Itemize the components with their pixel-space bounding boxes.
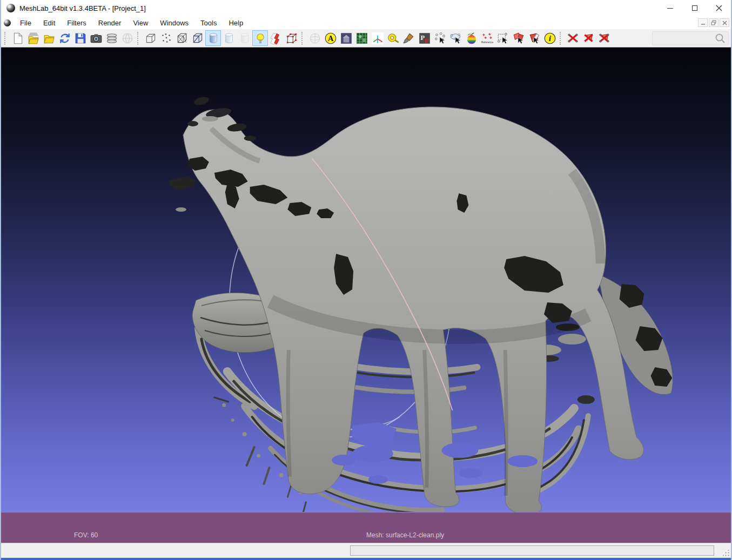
menu-item-edit[interactable]: Edit xyxy=(37,17,61,29)
reload-icon xyxy=(58,32,71,45)
reload-button[interactable] xyxy=(57,30,72,46)
bounding-box-button[interactable] xyxy=(143,30,158,46)
reference-button[interactable]: Reference xyxy=(479,30,495,46)
delete-selected-vertices-icon xyxy=(567,32,580,45)
render-mode-toolbar xyxy=(135,29,299,47)
resize-grip[interactable] xyxy=(723,550,730,557)
svg-text:i: i xyxy=(549,34,551,43)
select-faces-button[interactable] xyxy=(511,30,526,46)
fov-value: FOV: 60 xyxy=(74,531,108,539)
points-icon xyxy=(160,32,173,45)
smooth-shading-button[interactable] xyxy=(221,30,237,46)
menu-item-render[interactable]: Render xyxy=(92,17,127,29)
trackball-button xyxy=(307,30,323,46)
title-bar: MeshLab_64bit v1.3.4BETA - [Project_1] xyxy=(1,0,731,16)
delete-toolbar xyxy=(558,29,612,47)
meshlab-window: MeshLab_64bit v1.3.4BETA - [Project_1] F… xyxy=(0,0,732,560)
window-border xyxy=(1,558,731,560)
color-apple-button[interactable] xyxy=(464,30,479,46)
open-project-icon xyxy=(27,32,40,45)
layers-dialog-icon xyxy=(105,32,118,45)
mesh-hud: Mesh: surface-L2-clean.ply Vertices: 819… xyxy=(366,515,444,543)
backface-culling-button[interactable] xyxy=(268,30,284,46)
search-input[interactable] xyxy=(652,31,729,45)
mdi-close-icon xyxy=(722,21,727,25)
delete-faces-vertices-button[interactable] xyxy=(596,30,612,46)
annotation-icon: A xyxy=(324,32,337,45)
snapshot-button[interactable] xyxy=(88,30,104,46)
snapshot-icon xyxy=(90,32,103,45)
svg-text:P: P xyxy=(424,36,428,44)
svg-text:Reference: Reference xyxy=(481,41,493,43)
mdi-close-button[interactable] xyxy=(720,18,729,27)
svg-text:A: A xyxy=(327,33,333,42)
mdi-restore-button[interactable] xyxy=(709,18,718,27)
wireframe-icon xyxy=(176,32,189,45)
menu-item-view[interactable]: View xyxy=(127,17,154,29)
menu-item-file[interactable]: File xyxy=(14,17,37,29)
toolbar-grip[interactable] xyxy=(301,32,305,45)
measure-tool-button[interactable] xyxy=(385,30,401,46)
close-icon xyxy=(716,5,722,11)
open-mesh-button[interactable] xyxy=(41,30,57,46)
mdi-minimize-button[interactable] xyxy=(698,18,708,27)
select-faces-rect-button[interactable] xyxy=(526,30,542,46)
point-picking-icon xyxy=(434,32,447,45)
annotation-button[interactable]: A xyxy=(323,30,338,46)
menu-item-windows[interactable]: Windows xyxy=(154,17,194,29)
points-button[interactable] xyxy=(158,30,174,46)
texture-parametrization-button[interactable] xyxy=(354,30,370,46)
mesh-render xyxy=(1,48,731,512)
web-export-icon xyxy=(121,32,134,45)
layers-dialog-button[interactable] xyxy=(104,30,119,46)
delete-selected-faces-button[interactable] xyxy=(581,30,596,46)
flat-shading-button[interactable] xyxy=(205,30,221,46)
progress-bar xyxy=(350,545,714,556)
background-image-button[interactable] xyxy=(338,30,354,46)
background-image-icon xyxy=(340,32,353,45)
axes-button[interactable] xyxy=(370,30,385,46)
open-project-button[interactable] xyxy=(25,30,41,46)
search-icon xyxy=(714,32,726,44)
flat-lines-button[interactable] xyxy=(190,30,205,46)
light-icon xyxy=(254,32,267,45)
project-window-icon xyxy=(4,19,11,26)
menu-item-tools[interactable]: Tools xyxy=(194,17,223,29)
wireframe-button[interactable] xyxy=(174,30,190,46)
new-document-button[interactable] xyxy=(10,30,25,46)
plane-picking-button[interactable] xyxy=(448,30,464,46)
selected-faces-render-icon xyxy=(285,32,298,45)
mdi-minimize-icon xyxy=(701,21,706,25)
mdi-restore-icon xyxy=(711,20,716,25)
select-vertices-button[interactable] xyxy=(495,30,511,46)
selected-faces-render-button[interactable] xyxy=(284,30,299,46)
info-icon: i xyxy=(543,32,556,45)
minimize-icon xyxy=(667,8,673,9)
texture-button xyxy=(237,30,252,46)
close-button[interactable] xyxy=(707,0,731,16)
toolbar-grip[interactable] xyxy=(560,32,563,45)
menu-item-help[interactable]: Help xyxy=(223,17,249,29)
toolbar-grip[interactable] xyxy=(137,32,141,45)
smooth-shading-icon xyxy=(223,32,236,45)
render-info-bar: FOV: 60 FPS: 22.5 Mesh: surface-L2-clean… xyxy=(1,512,731,543)
file-toolbar xyxy=(2,29,135,47)
paint-tool-button[interactable] xyxy=(401,30,417,46)
light-button[interactable] xyxy=(252,30,268,46)
menu-item-filters[interactable]: Filters xyxy=(61,17,92,29)
save-button[interactable] xyxy=(72,30,88,46)
flat-lines-icon xyxy=(191,32,204,45)
toolbar-grip[interactable] xyxy=(4,32,8,45)
quality-mapper-button[interactable]: PP xyxy=(417,30,432,46)
menu-bar: FileEditFiltersRenderViewWindowsToolsHel… xyxy=(1,16,731,29)
minimize-button[interactable] xyxy=(658,0,682,16)
maximize-button[interactable] xyxy=(682,0,707,16)
toolbar: APPReferencei xyxy=(1,29,731,48)
camera-hud: FOV: 60 FPS: 22.5 xyxy=(74,515,108,543)
info-button[interactable]: i xyxy=(542,30,558,46)
3d-viewport[interactable] xyxy=(1,48,731,512)
delete-selected-vertices-button[interactable] xyxy=(565,30,581,46)
status-bar xyxy=(1,543,731,558)
point-picking-button[interactable] xyxy=(432,30,448,46)
flat-shading-icon xyxy=(207,32,220,45)
